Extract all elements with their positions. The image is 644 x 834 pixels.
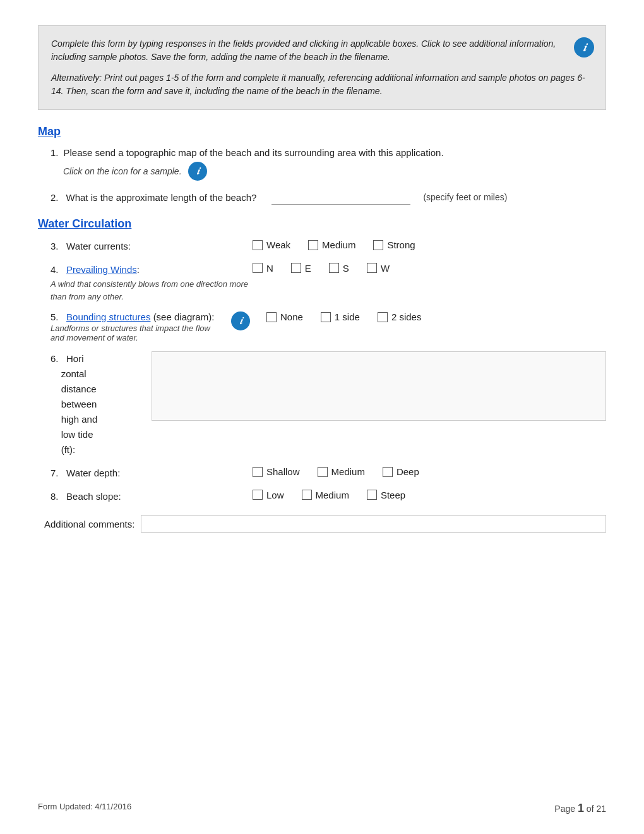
q4-label-w: W: [381, 263, 390, 274]
q4-label-e: E: [305, 263, 311, 274]
q3-checkbox-medium[interactable]: [308, 240, 318, 250]
q4-options: N E S W: [253, 263, 606, 274]
q5-option-2sides: 2 sides: [378, 311, 422, 322]
q5-label-none: None: [280, 311, 303, 322]
q4-checkbox-s[interactable]: [329, 263, 339, 273]
q3-label-strong: Strong: [387, 239, 415, 250]
map-section-title: Map: [38, 125, 606, 138]
q2-specify: (specify feet or miles): [423, 192, 507, 202]
q1-text: Please send a topographic map of the bea…: [64, 147, 444, 158]
q5-suffix: (see diagram):: [153, 311, 215, 322]
intro-info-icon[interactable]: 𝑖: [574, 37, 594, 57]
q4-checkbox-n[interactable]: [253, 263, 263, 273]
q3-option-strong: Strong: [373, 239, 415, 250]
q5-label-2sides: 2 sides: [391, 311, 422, 322]
q8-options: Low Medium Steep: [253, 490, 606, 500]
map-info-icon[interactable]: 𝑖: [188, 162, 207, 181]
q6-input[interactable]: [152, 351, 606, 421]
footer-page: Page 1 of 21: [554, 802, 606, 815]
q3-checkbox-strong[interactable]: [373, 240, 383, 250]
q7-label-deep: Deep: [397, 466, 419, 477]
q4-checkbox-e[interactable]: [291, 263, 301, 273]
q7-option-medium: Medium: [318, 466, 365, 477]
q3-label: Water currents:: [66, 241, 131, 251]
q4-checkbox-w[interactable]: [367, 263, 377, 273]
additional-comments-row: Additional comments:: [38, 515, 606, 533]
q8-label-medium: Medium: [316, 490, 349, 500]
q4-row: 4. Prevailing Winds: A wind that consist…: [38, 263, 606, 303]
q4-number: 4.: [51, 264, 59, 275]
additional-input[interactable]: [141, 515, 606, 533]
q8-checkbox-steep[interactable]: [367, 490, 377, 500]
q3-option-medium: Medium: [308, 239, 355, 250]
q5-option-1side: 1 side: [321, 311, 360, 322]
q5-info-icon[interactable]: 𝑖: [231, 311, 250, 330]
q7-checkbox-medium[interactable]: [318, 467, 328, 477]
q5-link[interactable]: Bounding structures: [66, 311, 150, 322]
q7-option-shallow: Shallow: [253, 466, 300, 477]
q1-click-label: Click on the icon for a sample.: [63, 166, 182, 176]
intro-paragraph-2: Alternatively: Print out pages 1-5 of th…: [51, 71, 593, 98]
q3-checkbox-weak[interactable]: [253, 240, 263, 250]
q7-label-medium: Medium: [331, 466, 365, 477]
q3-label-medium: Medium: [322, 239, 355, 250]
q2-row: 2. What is the approximate length of the…: [38, 190, 606, 205]
q8-number: 8.: [51, 491, 59, 502]
q4-option-e: E: [291, 263, 311, 274]
additional-label: Additional comments:: [44, 519, 134, 529]
q8-option-medium: Medium: [302, 490, 349, 500]
water-circulation-title: Water Circulation: [38, 217, 606, 231]
intro-paragraph-1: Complete this form by typing responses i…: [51, 37, 593, 64]
q3-number: 3.: [51, 241, 59, 251]
q8-option-steep: Steep: [367, 490, 405, 500]
q3-option-weak: Weak: [253, 239, 290, 250]
q7-checkbox-shallow[interactable]: [253, 467, 263, 477]
q5-options: None 1 side 2 sides: [266, 311, 606, 322]
q5-checkbox-2sides[interactable]: [378, 312, 388, 322]
q6-number: 6.: [51, 353, 59, 364]
q8-label-steep: Steep: [381, 490, 405, 500]
q4-option-w: W: [367, 263, 390, 274]
q7-option-deep: Deep: [383, 466, 419, 477]
q4-label-s: S: [343, 263, 349, 274]
q2-label: What is the approximate length of the be…: [66, 192, 257, 203]
q5-checkbox-none[interactable]: [266, 312, 277, 322]
q8-option-low: Low: [253, 490, 284, 500]
q8-label: Beach slope:: [66, 491, 121, 502]
q8-row: 8. Beach slope: Low Medium Steep: [38, 490, 606, 504]
footer: Form Updated: 4/11/2016 Page 1 of 21: [38, 802, 606, 815]
q5-row: 5. Bounding structures (see diagram): La…: [38, 311, 606, 342]
q2-input[interactable]: [271, 190, 410, 205]
q3-label-weak: Weak: [266, 239, 290, 250]
footer-updated: Form Updated: 4/11/2016: [38, 802, 131, 815]
q4-description: A wind that consistently blows from one …: [51, 278, 253, 303]
q7-options: Shallow Medium Deep: [253, 466, 606, 477]
q4-option-n: N: [253, 263, 273, 274]
q7-label: Water depth:: [66, 468, 120, 478]
q6-row: 6. Hori zontal distance between high and…: [38, 351, 606, 457]
q7-checkbox-deep[interactable]: [383, 467, 393, 477]
q4-label-n: N: [266, 263, 273, 274]
q2-number: 2.: [51, 192, 59, 203]
q7-number: 7.: [51, 468, 59, 478]
q3-row: 3. Water currents: Weak Medium Strong: [38, 239, 606, 254]
q8-checkbox-medium[interactable]: [302, 490, 312, 500]
q7-row: 7. Water depth: Shallow Medium Deep: [38, 466, 606, 481]
q1-number: 1.: [51, 147, 59, 158]
q5-option-none: None: [266, 311, 303, 322]
q4-option-s: S: [329, 263, 349, 274]
map-section: Map 1. Please send a topographic map of …: [38, 125, 606, 205]
intro-box: Complete this form by typing responses i…: [38, 25, 606, 110]
q4-link[interactable]: Prevailing Winds: [66, 264, 137, 275]
q5-label-1side: 1 side: [335, 311, 360, 322]
q8-label-low: Low: [266, 490, 284, 500]
q5-description: Landforms or structures that impact the …: [51, 323, 215, 342]
q3-options: Weak Medium Strong: [253, 239, 606, 250]
q7-label-shallow: Shallow: [266, 466, 300, 477]
water-circulation-section: Water Circulation 3. Water currents: Wea…: [38, 217, 606, 533]
q6-label: 6. Hori zontal distance between high and…: [51, 351, 145, 457]
q5-number: 5.: [51, 311, 59, 322]
q8-checkbox-low[interactable]: [253, 490, 263, 500]
q5-checkbox-1side[interactable]: [321, 312, 331, 322]
